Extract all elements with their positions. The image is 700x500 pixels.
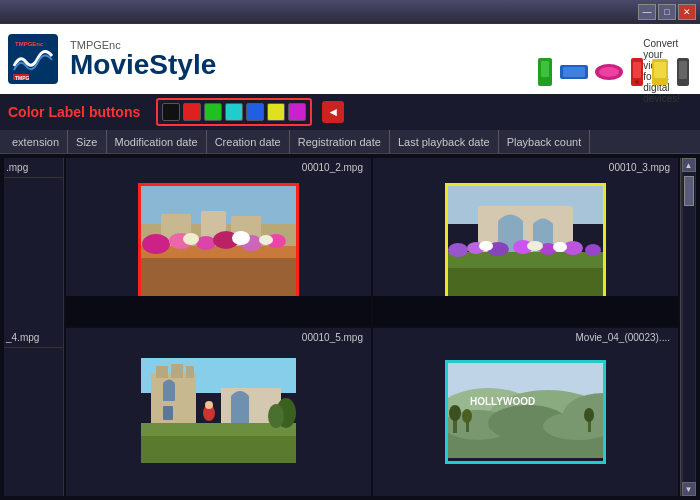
cell-4-thumbnail: HOLLYWOOD: [445, 360, 606, 464]
svg-rect-24: [141, 258, 296, 296]
cell-1-dark-bg: [66, 296, 371, 326]
column-headers: extension Size Modification date Creatio…: [0, 130, 700, 154]
logo-area: TMPGEnc TMPG: [8, 34, 58, 84]
color-label-buttons-box: [156, 98, 312, 126]
main-content: .mpg _4.mpg 00010_2.mpg: [0, 154, 700, 500]
color-button-red[interactable]: [183, 103, 201, 121]
color-label-row: Color Label buttons ◄: [0, 94, 700, 130]
color-button-blue[interactable]: [246, 103, 264, 121]
color-button-black[interactable]: [162, 103, 180, 121]
cell-2-thumbnail: [445, 183, 606, 302]
cell-1-thumbnail: [138, 183, 299, 302]
svg-point-64: [268, 404, 284, 428]
phone-red-icon: [630, 58, 644, 86]
svg-rect-5: [541, 61, 549, 77]
cell-3-thumbnail: [141, 358, 296, 466]
scroll-down-arrow[interactable]: ▼: [682, 482, 696, 496]
svg-rect-17: [679, 61, 687, 79]
svg-point-79: [584, 408, 594, 422]
col-registration[interactable]: Registration date: [290, 130, 390, 153]
svg-point-75: [449, 405, 461, 421]
cell-2-dark-bg: [373, 296, 678, 326]
close-button[interactable]: ✕: [678, 4, 696, 20]
grid-cell-2[interactable]: 00010_3.mpg: [373, 158, 678, 326]
svg-rect-60: [141, 436, 296, 463]
maximize-button[interactable]: □: [658, 4, 676, 20]
svg-text:TMPGEnc: TMPGEnc: [15, 41, 44, 47]
cell-3-thumb-container: [66, 328, 371, 496]
svg-rect-8: [563, 67, 585, 77]
svg-text:TMPG: TMPG: [15, 75, 30, 81]
svg-point-13: [635, 80, 639, 84]
svg-point-25: [142, 234, 170, 254]
col-size[interactable]: Size: [68, 130, 106, 153]
grid-cell-4[interactable]: Movie_04_(00023).... HOLLYWOOD: [373, 328, 678, 496]
cell-4-label: Movie_04_(00023)....: [571, 330, 674, 345]
sidebar-item-2[interactable]: _4.mpg: [4, 328, 63, 348]
svg-point-33: [259, 235, 273, 245]
svg-rect-54: [186, 366, 194, 378]
color-button-magenta[interactable]: [288, 103, 306, 121]
svg-point-46: [585, 244, 601, 256]
col-playcount[interactable]: Playback count: [499, 130, 591, 153]
svg-point-40: [448, 243, 468, 257]
tablet-blue-icon: [560, 63, 588, 81]
svg-point-32: [232, 231, 250, 245]
color-button-cyan[interactable]: [225, 103, 243, 121]
cell-4-thumb-container: HOLLYWOOD: [373, 328, 678, 496]
svg-point-6: [543, 79, 547, 83]
scrollbar-thumb[interactable]: [684, 176, 694, 206]
banner-main-text: MovieStyle: [70, 51, 216, 79]
banner-title-area: TMPGEnc MovieStyle: [70, 39, 216, 79]
svg-rect-12: [633, 62, 641, 78]
file-grid: 00010_2.mpg: [66, 158, 678, 496]
title-bar: — □ ✕: [0, 0, 700, 24]
device-icons-row: [536, 58, 690, 86]
phone-green-icon: [536, 58, 554, 86]
svg-point-31: [183, 233, 199, 245]
svg-point-27: [196, 236, 216, 250]
svg-rect-52: [156, 366, 168, 378]
col-modification[interactable]: Modification date: [107, 130, 207, 153]
svg-point-62: [205, 401, 213, 409]
svg-point-49: [553, 242, 567, 252]
svg-rect-56: [163, 406, 173, 420]
col-creation[interactable]: Creation date: [207, 130, 290, 153]
oval-pink-icon: [594, 63, 624, 81]
scroll-up-arrow[interactable]: ▲: [682, 158, 696, 172]
svg-point-48: [527, 241, 543, 251]
minimize-button[interactable]: —: [638, 4, 656, 20]
col-lastplay[interactable]: Last playback date: [390, 130, 499, 153]
grid-cell-1[interactable]: 00010_2.mpg: [66, 158, 371, 326]
scrollbar-track: [683, 172, 695, 482]
sidebar: .mpg _4.mpg: [4, 158, 64, 496]
col-extension[interactable]: extension: [4, 130, 68, 153]
color-label-title: Color Label buttons: [8, 104, 140, 120]
cell-1-image: [141, 186, 296, 296]
banner: TMPGEnc TMPG TMPGEnc MovieStyle Convert …: [0, 24, 700, 94]
grid-cell-3[interactable]: 00010_5.mpg: [66, 328, 371, 496]
color-button-yellow[interactable]: [267, 103, 285, 121]
color-back-button[interactable]: ◄: [322, 101, 344, 123]
sidebar-item-1[interactable]: .mpg: [4, 158, 63, 178]
cell-2-image: [448, 186, 603, 296]
device-yellow-icon: [650, 59, 670, 85]
scrollbar: ▲ ▼: [680, 158, 696, 496]
svg-rect-53: [171, 364, 183, 378]
cell-4-image: HOLLYWOOD: [448, 363, 603, 458]
svg-rect-55: [163, 383, 175, 401]
device-dark-icon: [676, 58, 690, 86]
svg-point-47: [479, 241, 493, 251]
cell-3-label: 00010_5.mpg: [298, 330, 367, 345]
cell-1-label: 00010_2.mpg: [298, 160, 367, 175]
svg-point-77: [462, 409, 472, 423]
cell-3-image: [141, 358, 296, 463]
logo-box: TMPGEnc TMPG: [8, 34, 58, 84]
cell-2-label: 00010_3.mpg: [605, 160, 674, 175]
svg-rect-15: [654, 62, 666, 78]
color-button-green[interactable]: [204, 103, 222, 121]
svg-point-10: [599, 67, 619, 77]
svg-rect-39: [448, 268, 603, 296]
